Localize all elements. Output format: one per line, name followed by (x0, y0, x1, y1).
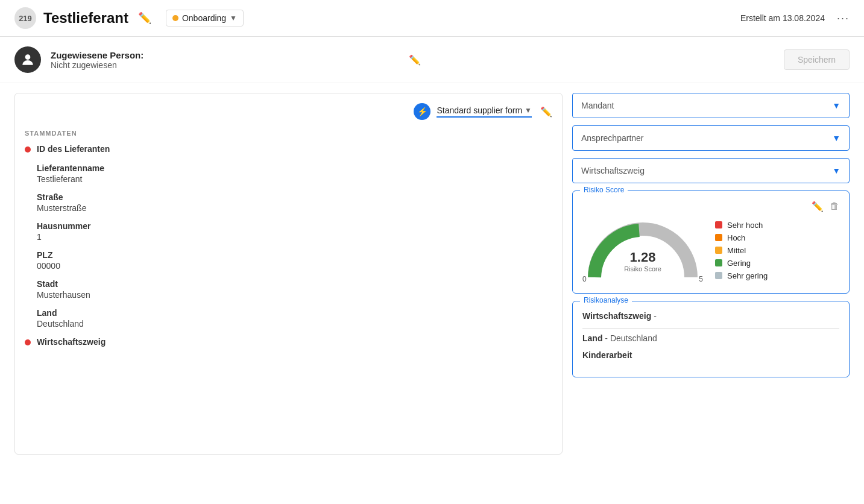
main-content: ⚡ Standard supplier form ▼ ✏️ STAMMDATEN… (0, 83, 864, 464)
form-select-arrow-icon: ▼ (525, 106, 532, 115)
field-label: Wirtschaftszweig (37, 337, 106, 347)
title-edit-icon[interactable]: ✏️ (138, 11, 151, 25)
field-wirtschaftszweig: Wirtschaftszweig (37, 337, 106, 348)
chevron-down-icon: ▼ (230, 14, 237, 22)
subheader: Zugewiesene Person: Nicht zugewiesen ✏️ … (0, 37, 864, 83)
field-label: Stadt (37, 279, 552, 289)
required-dot (25, 146, 31, 153)
wirtschaftszweig-label: Wirtschaftszweig (581, 166, 645, 175)
save-button[interactable]: Speichern (784, 49, 850, 70)
field-value: Testlieferant (37, 174, 552, 184)
assigned-info: Zugewiesene Person: Nicht zugewiesen (51, 50, 394, 70)
risk-score-card-label: Risiko Score (580, 186, 628, 194)
required-dot (25, 339, 31, 345)
field-land: Land Deutschland (37, 308, 552, 329)
legend-dot-gering (715, 259, 722, 266)
analysis-field-kinderarbeit: Kinderarbeit (582, 350, 839, 360)
form-edit-icon[interactable]: ✏️ (540, 106, 552, 118)
form-select[interactable]: Standard supplier form ▼ (437, 106, 532, 118)
analysis-title-wirtschaft: Wirtschaftszweig (582, 311, 651, 321)
mandant-dropdown[interactable]: Mandant ▼ (572, 93, 850, 118)
mandant-arrow-icon: ▼ (832, 101, 840, 110)
legend-dot-sehr-gering (715, 272, 722, 279)
status-label: Onboarding (182, 13, 226, 23)
assigned-value: Nicht zugewiesen (51, 60, 394, 70)
created-date: Erstellt am 13.08.2024 (740, 13, 825, 23)
risk-analysis-card: Risikoanalyse Wirtschaftszweig - Land - … (572, 301, 850, 377)
left-panel: ⚡ Standard supplier form ▼ ✏️ STAMMDATEN… (14, 93, 563, 455)
field-label: Lieferantenname (37, 163, 552, 173)
legend-item-sehr-hoch: Sehr hoch (715, 221, 768, 230)
field-plz: PLZ 00000 (37, 250, 552, 271)
gauge-value: 1.28 (624, 250, 661, 265)
analysis-value-land: - Deutschland (605, 333, 657, 343)
risk-score-actions: ✏️ 🗑 (582, 201, 839, 212)
risk-legend: Sehr hoch Hoch Mittel Gering (715, 221, 768, 280)
gauge-chart: 1.28 Risiko Score 0 5 (582, 217, 703, 283)
analysis-field-land: Land - Deutschland (582, 333, 839, 343)
risk-chart-area: 1.28 Risiko Score 0 5 Sehr hoch (582, 217, 839, 283)
legend-dot-mittel (715, 247, 722, 254)
legend-dot-hoch (715, 234, 722, 241)
assign-edit-icon[interactable]: ✏️ (409, 54, 421, 66)
gauge-subtitle: Risiko Score (624, 265, 661, 272)
ansprechpartner-label: Ansprechpartner (581, 133, 644, 143)
field-value: Musterhausen (37, 290, 552, 300)
more-options-icon[interactable]: ··· (837, 12, 850, 25)
field-row-wirtschaft: Wirtschaftszweig (25, 337, 552, 356)
wirtschaftszweig-arrow-icon: ▼ (832, 166, 840, 175)
section-title: STAMMDATEN (25, 130, 552, 137)
analysis-divider (582, 328, 839, 329)
risk-delete-icon[interactable]: 🗑 (830, 201, 839, 212)
legend-dot-sehr-hoch (715, 221, 722, 228)
gauge-min-label: 0 (582, 275, 587, 283)
field-stadt: Stadt Musterhausen (37, 279, 552, 300)
status-dot (172, 15, 178, 21)
form-select-label: Standard supplier form (437, 106, 522, 115)
legend-label-gering: Gering (727, 259, 751, 268)
page-header: 219 Testlieferant ✏️ Onboarding ▼ Erstel… (0, 0, 864, 37)
ansprechpartner-dropdown[interactable]: Ansprechpartner ▼ (572, 125, 850, 151)
legend-label-sehr-gering: Sehr gering (727, 271, 768, 280)
gauge-labels: 0 5 (582, 275, 703, 283)
gauge-max-label: 5 (699, 275, 703, 283)
legend-label-sehr-hoch: Sehr hoch (727, 221, 763, 230)
field-id-lieferanten: ID des Lieferanten (37, 144, 110, 155)
risk-analysis-card-label: Risikoanalyse (580, 296, 632, 304)
gauge-center: 1.28 Risiko Score (624, 250, 661, 272)
field-row-id: ID des Lieferanten (25, 144, 552, 163)
ansprechpartner-arrow-icon: ▼ (832, 133, 840, 143)
legend-label-mittel: Mittel (727, 246, 746, 255)
analysis-field-wirtschaftszweig: Wirtschaftszweig - (582, 311, 839, 321)
mandant-label: Mandant (581, 101, 614, 110)
thunder-icon[interactable]: ⚡ (414, 103, 430, 120)
field-label: Straße (37, 192, 552, 202)
svg-point-0 (25, 54, 31, 60)
risk-edit-icon[interactable]: ✏️ (812, 201, 824, 212)
assigned-label: Zugewiesene Person: (51, 50, 394, 60)
right-panel: Mandant ▼ Ansprechpartner ▼ Wirtschaftsz… (572, 93, 850, 377)
status-dropdown[interactable]: Onboarding ▼ (166, 10, 244, 27)
field-strasse: Straße Musterstraße (37, 192, 552, 213)
legend-label-hoch: Hoch (727, 233, 745, 242)
legend-item-hoch: Hoch (715, 233, 768, 242)
field-label: PLZ (37, 250, 552, 260)
field-label: ID des Lieferanten (37, 144, 110, 154)
page-title: Testlieferant (43, 10, 128, 27)
field-value: Deutschland (37, 319, 552, 329)
field-label: Hausnummer (37, 221, 552, 231)
analysis-title-land: Land (582, 333, 602, 343)
avatar (14, 46, 41, 73)
analysis-value-wirtschaft: - (654, 311, 657, 321)
field-value: Musterstraße (37, 203, 552, 213)
legend-item-mittel: Mittel (715, 246, 768, 255)
risk-score-card: Risiko Score ✏️ 🗑 1.28 Risiko Score (572, 191, 850, 294)
wirtschaftszweig-dropdown[interactable]: Wirtschaftszweig ▼ (572, 158, 850, 183)
field-label: Land (37, 308, 552, 318)
field-hausnummer: Hausnummer 1 (37, 221, 552, 242)
field-value: 00000 (37, 261, 552, 271)
legend-item-gering: Gering (715, 259, 768, 268)
legend-item-sehr-gering: Sehr gering (715, 271, 768, 280)
analysis-title-kinderarbeit: Kinderarbeit (582, 350, 632, 360)
field-value: 1 (37, 232, 552, 242)
